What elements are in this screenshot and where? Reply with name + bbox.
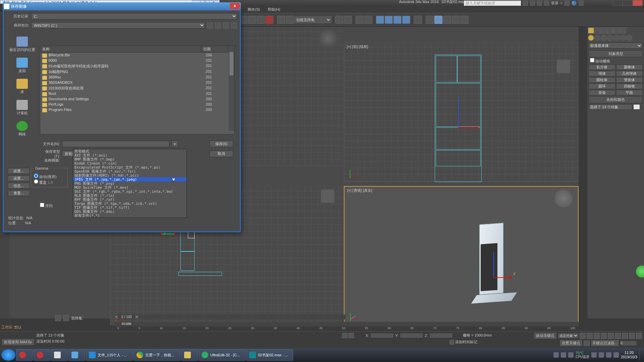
tool-icon[interactable]	[393, 16, 401, 24]
lock-icon[interactable]	[342, 333, 347, 338]
tool-icon[interactable]	[344, 16, 352, 24]
tag-icon[interactable]	[449, 340, 454, 345]
menu-help[interactable]: 帮助(H)	[264, 7, 283, 12]
filetype-dropdown-list[interactable]: 所有格式AVI 文件 (*.avi)BMP 图像文件 (*.bmp)Kodak …	[73, 149, 187, 218]
prev-arrow-icon[interactable]: <	[114, 315, 119, 319]
filetype-option[interactable]: Kodak Cineon (*.cin)	[73, 161, 186, 165]
layer-icon[interactable]	[55, 315, 61, 321]
play-next-icon[interactable]	[601, 333, 607, 339]
tool-icon[interactable]	[414, 16, 422, 24]
toolbar-icon[interactable]	[537, 1, 542, 6]
box-button[interactable]: 长方体	[589, 64, 615, 70]
clock-time[interactable]: 11:20	[621, 351, 637, 355]
col-name[interactable]: 名称	[40, 46, 201, 52]
filetype-option[interactable]: TIF 图像文件 (*.tif,*.tiff)	[73, 205, 186, 209]
setup-button[interactable]: 设置...	[8, 168, 30, 174]
close-button[interactable]	[633, 0, 643, 6]
viewcube[interactable]	[321, 189, 334, 203]
taskbar-item[interactable]	[34, 349, 50, 361]
toolbar-icon[interactable]	[544, 1, 549, 6]
tool-icon[interactable]	[385, 16, 393, 24]
play-start-icon[interactable]	[580, 333, 586, 339]
taskbar-item[interactable]	[68, 349, 85, 361]
systems-icon[interactable]	[626, 35, 632, 41]
filetype-option[interactable]: JPEG 文件 (*.jpg,*.jpe,*.jpeg)	[73, 177, 186, 181]
gamma-auto-radio[interactable]: 自动(推荐)	[34, 174, 65, 179]
filetype-option[interactable]: RPF 图像文件 (*.rpf)	[73, 197, 186, 201]
filetype-option[interactable]: Targa 图像文件 (*.tga,*.vda,*.icb,*.vst)	[73, 201, 186, 205]
torus-button[interactable]: 圆环	[589, 83, 615, 89]
frame-input[interactable]	[620, 341, 637, 346]
taskbar-item[interactable]: 02书架02.max - ...	[246, 349, 293, 361]
history-dropdown[interactable]: C:	[31, 13, 237, 19]
cylinder-button[interactable]: 圆柱体	[589, 77, 615, 83]
help-icon[interactable]: ?	[572, 1, 577, 6]
tube-button[interactable]: 管状体	[616, 77, 643, 83]
file-row[interactable]: $Recycle.Bin200	[40, 53, 234, 58]
x-input[interactable]	[370, 333, 394, 338]
tray-icon[interactable]	[606, 352, 611, 358]
taskbar-item[interactable]	[51, 349, 68, 361]
teapot-icon[interactable]	[443, 16, 451, 24]
setup-button[interactable]: 设置...	[8, 175, 30, 181]
up-icon[interactable]	[215, 22, 221, 28]
maximize-button[interactable]	[623, 0, 633, 6]
place-computer[interactable]: 计算机	[6, 98, 38, 119]
filename-input[interactable]	[62, 141, 169, 147]
filetype-option[interactable]: RLA 图像文件 (*.rla)	[73, 193, 186, 197]
file-row[interactable]: 360SANDBOX201	[40, 80, 234, 85]
back-icon[interactable]	[207, 22, 213, 28]
cone-button[interactable]: 圆锥体	[616, 64, 643, 70]
col-date[interactable]: 日期	[201, 46, 228, 52]
place-recent[interactable]: 最近访问的位置	[6, 35, 38, 56]
filetype-option[interactable]: BMP 图像文件 (*.bmp)	[73, 157, 186, 161]
help-search-input[interactable]: 键入关键字或短语	[464, 1, 521, 6]
hierarchy-tab[interactable]	[601, 27, 607, 34]
view-button[interactable]: 查看...	[8, 190, 30, 196]
file-row[interactable]: Boot201	[40, 91, 234, 97]
viewcube[interactable]	[554, 189, 573, 207]
display-tab[interactable]	[613, 27, 620, 34]
tool-icon[interactable]	[376, 16, 384, 24]
file-row[interactable]: PerfLogs200	[40, 102, 234, 107]
tool-icon[interactable]	[434, 16, 442, 24]
taskbar-item[interactable]: UltraEdit-32 - [C...	[199, 349, 246, 361]
utilities-tab[interactable]	[620, 27, 626, 34]
tool-icon[interactable]	[452, 16, 460, 24]
modify-tab[interactable]	[594, 27, 600, 34]
menu-script[interactable]: 脚本(S)	[244, 7, 263, 12]
clock-date[interactable]: 2019/10/3	[621, 355, 637, 359]
tool-icon[interactable]	[364, 16, 372, 24]
helpers-icon[interactable]	[613, 35, 620, 41]
tool-icon[interactable]	[402, 16, 410, 24]
filetype-option[interactable]: 所有格式	[73, 149, 186, 153]
pyramid-button[interactable]: 四棱锥	[616, 83, 643, 89]
filetype-option[interactable]: MOV QuickTime 文件 (*.mov)	[73, 185, 186, 189]
filetype-option[interactable]: PNG 图像文件 (*.png)	[73, 181, 186, 185]
frame-slider[interactable]: < 0 / 100 >	[114, 314, 345, 319]
tray-icon[interactable]	[591, 352, 597, 358]
auto-grid-checkbox[interactable]: 自动栅格	[590, 59, 610, 63]
timeline[interactable]: 0 / 100 05101520253035404550556065707580…	[114, 322, 579, 331]
start-button[interactable]	[1, 349, 15, 361]
viewcube[interactable]	[557, 60, 570, 73]
color-swatch[interactable]	[633, 104, 640, 110]
taskbar-item[interactable]	[16, 349, 33, 361]
setkey-button[interactable]: 设置关键点	[559, 340, 583, 347]
isolate-icon[interactable]	[63, 315, 69, 321]
filetype-option[interactable]: OpenEXR 图像文件 (*.exr,*.fxr)	[73, 169, 186, 173]
viewport-label[interactable]: [+] [透视] [真实]	[347, 188, 372, 193]
play-icon[interactable]	[594, 333, 600, 339]
filetype-option[interactable]: SGI 文件 (*.rgb,*.rgba,*.sgi,*.int,*.inta,…	[73, 189, 186, 193]
viewcube[interactable]	[319, 29, 337, 48]
shapes-icon[interactable]	[594, 35, 600, 41]
filetype-option[interactable]: 所有文件(*.*)	[73, 214, 186, 218]
tool-icon[interactable]	[286, 16, 294, 24]
scrollbar[interactable]	[229, 52, 234, 131]
nav-icon[interactable]	[622, 333, 628, 339]
nav-icon[interactable]	[636, 333, 642, 339]
tool-icon[interactable]	[426, 16, 434, 24]
play-end-icon[interactable]	[608, 333, 614, 339]
file-row[interactable]: 360Rec201	[40, 75, 234, 80]
login-link[interactable]: 登录	[551, 1, 558, 6]
